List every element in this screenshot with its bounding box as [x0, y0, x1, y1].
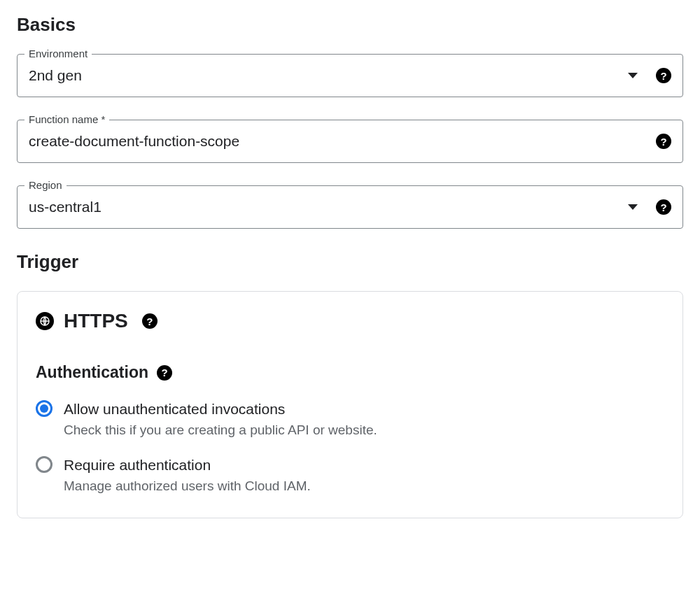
- region-label: Region: [24, 179, 66, 191]
- function-name-input[interactable]: [29, 133, 656, 150]
- region-label-text: Region: [29, 179, 62, 191]
- help-icon[interactable]: ?: [142, 313, 158, 329]
- authentication-heading: Authentication: [36, 363, 148, 382]
- environment-label: Environment: [24, 48, 92, 59]
- help-icon[interactable]: ?: [157, 365, 172, 381]
- radio-allow-unauthenticated[interactable]: Allow unauthenticated invocations Check …: [36, 399, 664, 441]
- authentication-header: Authentication ?: [36, 363, 664, 382]
- help-icon[interactable]: ?: [656, 68, 671, 83]
- region-value: us-central1: [29, 199, 628, 215]
- trigger-section: Trigger HTTPS ? Authentication ?: [17, 251, 683, 518]
- region-field-group: Region us-central1 ?: [17, 185, 683, 229]
- function-name-field-actions: ?: [656, 134, 671, 149]
- basics-heading: Basics: [17, 14, 683, 36]
- region-select[interactable]: Region us-central1 ?: [17, 185, 683, 229]
- radio-text-group: Require authentication Manage authorized…: [64, 455, 311, 497]
- trigger-card: HTTPS ? Authentication ? Allow unauthent…: [17, 291, 683, 518]
- region-field-actions: ?: [628, 199, 671, 215]
- function-name-input-wrapper: Function name * ?: [17, 120, 683, 163]
- chevron-down-icon[interactable]: [628, 204, 638, 210]
- function-name-label-text: Function name *: [29, 113, 105, 125]
- radio-label: Require authentication: [64, 455, 311, 475]
- environment-field-group: Environment 2nd gen ?: [17, 54, 683, 97]
- trigger-type-label: HTTPS: [64, 310, 128, 332]
- radio-text-group: Allow unauthenticated invocations Check …: [64, 399, 377, 441]
- chevron-down-icon[interactable]: [628, 73, 638, 78]
- function-name-label: Function name *: [24, 113, 109, 125]
- radio-label: Allow unauthenticated invocations: [64, 399, 377, 419]
- basics-section: Basics Environment 2nd gen ? Function na…: [17, 14, 683, 229]
- radio-icon: [36, 400, 52, 417]
- radio-description: Check this if you are creating a public …: [64, 420, 377, 441]
- environment-field-actions: ?: [628, 68, 671, 83]
- radio-icon: [36, 456, 52, 473]
- environment-select[interactable]: Environment 2nd gen ?: [17, 54, 683, 97]
- radio-require-authentication[interactable]: Require authentication Manage authorized…: [36, 455, 664, 497]
- function-name-field-group: Function name * ?: [17, 120, 683, 163]
- help-icon[interactable]: ?: [656, 134, 671, 149]
- help-icon[interactable]: ?: [656, 199, 671, 215]
- radio-dot-icon: [40, 404, 48, 413]
- trigger-type-header: HTTPS ?: [36, 310, 664, 332]
- trigger-heading: Trigger: [17, 251, 683, 273]
- environment-label-text: Environment: [29, 48, 88, 59]
- environment-value: 2nd gen: [29, 67, 628, 84]
- radio-description: Manage authorized users with Cloud IAM.: [64, 476, 311, 497]
- globe-icon: [36, 312, 54, 330]
